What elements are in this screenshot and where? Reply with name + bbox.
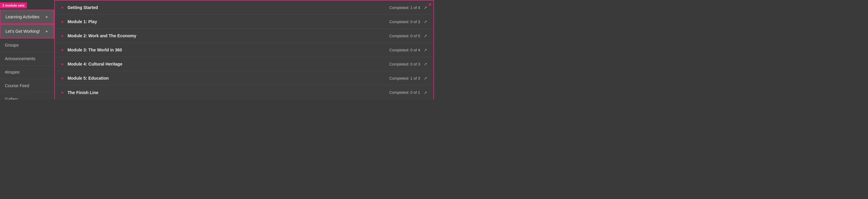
sidebar-label-inspire: #inspire (5, 70, 20, 75)
module-right-play: Completed: 0 of 3 ➚ (389, 19, 427, 24)
fullscreen-icon-world-360[interactable]: ➚ (424, 47, 427, 52)
module-left-world-360: ► Module 3: The World in 360 (61, 47, 122, 52)
sidebar-item-course-feed[interactable]: Course Feed (0, 79, 54, 92)
sidebar-label-course-feed: Course Feed (5, 83, 29, 88)
module-left-education: ► Module 5: Education (61, 76, 109, 81)
module-right-education: Completed: 1 of 3 ➚ (389, 76, 427, 81)
module-row-world-360[interactable]: ► Module 3: The World in 360 Completed: … (55, 43, 433, 57)
module-left-finish-line: ► The Finish Line (61, 90, 98, 95)
sidebar-item-learning-activities[interactable]: Learning Activities ► (0, 10, 54, 24)
module-right-world-360: Completed: 0 of 4 ➚ (389, 47, 427, 52)
module-left-work-economy: ► Module 2: Work and The Economy (61, 33, 136, 38)
module-left-play: ► Module 1: Play (61, 19, 97, 24)
fullscreen-icon-education[interactable]: ➚ (424, 76, 427, 81)
fullscreen-icon-finish-line[interactable]: ➚ (424, 90, 427, 95)
module-row-work-economy[interactable]: ► Module 2: Work and The Economy Complet… (55, 29, 433, 43)
expand-icon-cultural-heritage: ► (61, 62, 64, 66)
module-title-finish-line: The Finish Line (67, 90, 98, 95)
module-title-education: Module 5: Education (67, 76, 109, 81)
module-status-finish-line: Completed: 0 of 1 (389, 90, 420, 95)
expand-icon-getting-started: ► (61, 5, 64, 10)
fullscreen-icon-getting-started[interactable]: ➚ (424, 5, 427, 10)
module-status-work-economy: Completed: 0 of 5 (389, 34, 420, 38)
expand-icon-education: ► (61, 76, 64, 80)
sidebar-label-gallery: Gallery (5, 97, 18, 100)
module-row-cultural-heritage[interactable]: ► Module 4: Cultural Heritage Completed:… (55, 57, 433, 71)
module-right-cultural-heritage: Completed: 0 of 3 ➚ (389, 62, 427, 67)
fullscreen-icon-cultural-heritage[interactable]: ➚ (424, 62, 427, 67)
sidebar-label-lets-get-working: Let's Get Working! (5, 29, 40, 34)
module-right-getting-started: Completed: 1 of 4 ➚ (389, 5, 427, 10)
module-sets-badge: 2 module sets (0, 2, 27, 8)
sidebar-label-groups: Groups (5, 43, 19, 47)
expand-icon-finish-line: ► (61, 90, 64, 95)
module-right-finish-line: Completed: 0 of 1 ➚ (389, 90, 427, 95)
sidebar-item-lets-get-working[interactable]: Let's Get Working! ► (0, 24, 54, 38)
module-row-getting-started[interactable]: ► Getting Started Completed: 1 of 4 ➚ (55, 1, 433, 15)
module-left-getting-started: ► Getting Started (61, 5, 98, 10)
module-status-cultural-heritage: Completed: 0 of 3 (389, 62, 420, 67)
sidebar: 2 module sets Learning Activities ► Let'… (0, 0, 54, 100)
sidebar-item-announcements[interactable]: Announcements (0, 52, 54, 66)
module-row-finish-line[interactable]: ► The Finish Line Completed: 0 of 1 ➚ (55, 85, 433, 100)
main-content: × ► Getting Started Completed: 1 of 4 ➚ … (54, 0, 434, 100)
expand-icon-work-economy: ► (61, 34, 64, 38)
module-status-education: Completed: 1 of 3 (389, 76, 420, 81)
sidebar-label-learning-activities: Learning Activities (5, 14, 39, 19)
sidebar-item-inspire[interactable]: #inspire (0, 66, 54, 79)
chevron-right-icon: ► (45, 15, 49, 19)
module-title-cultural-heritage: Module 4: Cultural Heritage (67, 62, 122, 67)
module-title-play: Module 1: Play (67, 19, 97, 24)
sidebar-label-announcements: Announcements (5, 56, 35, 61)
expand-icon-world-360: ► (61, 48, 64, 52)
module-left-cultural-heritage: ► Module 4: Cultural Heritage (61, 62, 122, 67)
sidebar-navigation: Learning Activities ► Let's Get Working!… (0, 0, 54, 100)
fullscreen-icon-play[interactable]: ➚ (424, 19, 427, 24)
module-status-play: Completed: 0 of 3 (389, 19, 420, 24)
expand-icon-play: ► (61, 19, 64, 24)
fullscreen-icon-work-economy[interactable]: ➚ (424, 33, 427, 38)
module-row-education[interactable]: ► Module 5: Education Completed: 1 of 3 … (55, 71, 433, 85)
close-button[interactable]: × (428, 2, 432, 7)
modules-panel: × ► Getting Started Completed: 1 of 4 ➚ … (54, 0, 434, 100)
module-title-getting-started: Getting Started (67, 5, 98, 10)
module-right-work-economy: Completed: 0 of 5 ➚ (389, 33, 427, 38)
module-title-work-economy: Module 2: Work and The Economy (67, 33, 136, 38)
module-title-world-360: Module 3: The World in 360 (67, 47, 122, 52)
chevron-right-icon: ► (45, 29, 49, 33)
sidebar-item-gallery[interactable]: Gallery (0, 92, 54, 100)
sidebar-item-groups[interactable]: Groups (0, 38, 54, 52)
module-status-getting-started: Completed: 1 of 4 (389, 5, 420, 10)
module-status-world-360: Completed: 0 of 4 (389, 48, 420, 52)
module-row-play[interactable]: ► Module 1: Play Completed: 0 of 3 ➚ (55, 15, 433, 29)
